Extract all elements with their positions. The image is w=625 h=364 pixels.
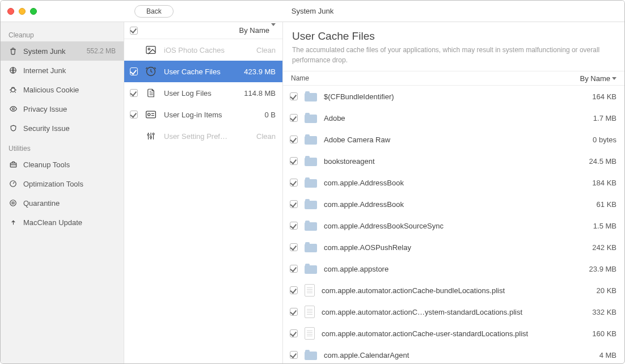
detail-list[interactable]: $(CFBundleIdentifier)164 KBAdobe1.7 MBAd… xyxy=(283,86,624,363)
row-checkbox[interactable] xyxy=(290,179,298,187)
file-row[interactable]: com.apple.AddressBook61 KB xyxy=(283,193,624,215)
category-row[interactable]: User Log-in Items0 B xyxy=(124,104,282,125)
file-name: com.apple.AddressBookSourceSync xyxy=(324,222,586,230)
globe-icon xyxy=(9,66,18,75)
sidebar-item-label: Security Issue xyxy=(23,124,116,133)
folder-icon xyxy=(305,177,317,188)
folder-icon xyxy=(305,113,317,123)
folder-icon xyxy=(305,264,317,274)
file-row[interactable]: com.apple.AOSPushRelay242 KB xyxy=(283,236,624,258)
file-row[interactable]: com.apple.automator.actionC…ystem-standa… xyxy=(283,301,624,323)
file-row[interactable]: com.apple.AddressBook184 KB xyxy=(283,172,624,193)
app-window: Back System Junk Cleanup System Junk552.… xyxy=(0,0,625,364)
column-sort-button[interactable]: By Name xyxy=(580,74,616,83)
file-size: 160 KB xyxy=(592,329,616,338)
sidebar-section-utilities: Utilities xyxy=(1,141,124,155)
bug-icon xyxy=(9,85,18,94)
back-button[interactable]: Back xyxy=(134,5,174,18)
detail-header: User Cache Files The accumulated cache f… xyxy=(283,22,624,71)
update-icon xyxy=(9,218,18,227)
sidebar-item-quarantine[interactable]: Quarantine xyxy=(1,193,124,213)
file-size: 1.5 MB xyxy=(593,222,616,230)
file-row[interactable]: com.apple.AddressBookSourceSync1.5 MB xyxy=(283,215,624,236)
sidebar-item-macclean-update[interactable]: MacClean Update xyxy=(1,213,124,232)
sidebar-item-label: Cleanup Tools xyxy=(23,160,116,169)
column-name: Name xyxy=(291,74,580,82)
sidebar-item-optimization-tools[interactable]: Optimization Tools xyxy=(1,174,124,193)
folder-icon xyxy=(305,156,317,166)
file-icon xyxy=(305,327,315,340)
chevron-down-icon xyxy=(271,23,276,35)
folder-icon xyxy=(305,221,317,231)
file-size: 184 KB xyxy=(592,179,616,187)
sidebar-item-label: Internet Junk xyxy=(23,66,116,75)
file-row[interactable]: com.apple.CalendarAgent4 MB xyxy=(283,344,624,363)
row-checkbox[interactable] xyxy=(290,114,298,122)
sidebar-item-label: Privacy Issue xyxy=(23,105,116,113)
shield-icon xyxy=(9,124,18,133)
gauge-icon xyxy=(9,179,18,188)
row-checkbox[interactable] xyxy=(290,265,298,273)
svg-point-12 xyxy=(150,137,152,138)
select-all-checkbox[interactable] xyxy=(130,27,138,35)
svg-point-7 xyxy=(148,48,150,50)
sidebar-item-privacy-issue[interactable]: Privacy Issue xyxy=(1,99,124,118)
row-checkbox[interactable] xyxy=(290,200,298,208)
sliders-icon xyxy=(145,130,157,142)
toolbox-icon xyxy=(9,160,18,169)
row-checkbox[interactable] xyxy=(290,286,298,294)
row-checkbox[interactable] xyxy=(290,92,298,100)
file-size: 23.9 MB xyxy=(589,265,616,273)
file-name: com.apple.appstore xyxy=(324,265,582,273)
category-size: Clean xyxy=(256,46,276,54)
file-size: 4 MB xyxy=(599,351,616,359)
folder-icon xyxy=(305,199,317,209)
category-row[interactable]: iOS Photo CachesClean xyxy=(124,39,282,61)
close-window-icon[interactable] xyxy=(7,8,14,15)
row-checkbox[interactable] xyxy=(130,89,138,97)
file-name: com.apple.AddressBook xyxy=(324,200,590,209)
row-checkbox[interactable] xyxy=(290,308,298,316)
sidebar-item-label: System Junk xyxy=(23,47,81,56)
svg-rect-6 xyxy=(146,46,155,54)
svg-point-10 xyxy=(148,113,150,116)
file-row[interactable]: com.apple.automator.actionCache-user-sta… xyxy=(283,323,624,344)
sidebar-item-malicious-cookie[interactable]: Malicious Cookie xyxy=(1,80,124,99)
row-checkbox[interactable] xyxy=(290,329,298,337)
file-name: com.apple.AOSPushRelay xyxy=(324,243,585,252)
category-sort-button[interactable]: By Name xyxy=(239,26,276,35)
row-checkbox[interactable] xyxy=(290,222,298,230)
row-checkbox[interactable] xyxy=(290,243,298,251)
file-row[interactable]: Adobe Camera Raw0 bytes xyxy=(283,129,624,150)
svg-point-11 xyxy=(147,134,149,136)
sidebar-item-label: Optimization Tools xyxy=(23,180,116,188)
minimize-window-icon[interactable] xyxy=(19,8,26,15)
file-row[interactable]: bookstoreagent24.5 MB xyxy=(283,150,624,172)
row-checkbox[interactable] xyxy=(290,157,298,165)
category-row[interactable]: User Log Files114.8 MB xyxy=(124,82,282,104)
detail-columns: Name By Name xyxy=(283,71,624,86)
file-size: 242 KB xyxy=(592,243,616,252)
sidebar-item-cleanup-tools[interactable]: Cleanup Tools xyxy=(1,155,124,174)
row-checkbox[interactable] xyxy=(290,351,298,359)
file-size: 24.5 MB xyxy=(589,157,616,166)
sidebar-item-internet-junk[interactable]: Internet Junk xyxy=(1,61,124,80)
sidebar-item-security-issue[interactable]: Security Issue xyxy=(1,118,124,138)
row-checkbox[interactable] xyxy=(130,111,138,118)
sidebar-item-label: Malicious Cookie xyxy=(23,86,116,94)
file-row[interactable]: $(CFBundleIdentifier)164 KB xyxy=(283,86,624,107)
file-row[interactable]: com.apple.automator.actionCache-bundleLo… xyxy=(283,280,624,301)
folder-icon xyxy=(305,134,317,145)
sidebar-item-label: MacClean Update xyxy=(23,218,116,227)
folder-icon xyxy=(305,242,317,252)
row-checkbox[interactable] xyxy=(130,67,138,75)
file-size: 61 KB xyxy=(597,200,616,209)
sidebar-item-system-junk[interactable]: System Junk552.2 MB xyxy=(1,41,124,61)
row-checkbox[interactable] xyxy=(290,136,298,143)
file-row[interactable]: com.apple.appstore23.9 MB xyxy=(283,258,624,280)
category-row[interactable]: User Setting Pref…Clean xyxy=(124,125,282,147)
file-row[interactable]: Adobe1.7 MB xyxy=(283,107,624,129)
category-row[interactable]: User Cache Files423.9 MB xyxy=(124,61,282,82)
zoom-window-icon[interactable] xyxy=(30,8,37,15)
file-size: 164 KB xyxy=(592,92,616,101)
